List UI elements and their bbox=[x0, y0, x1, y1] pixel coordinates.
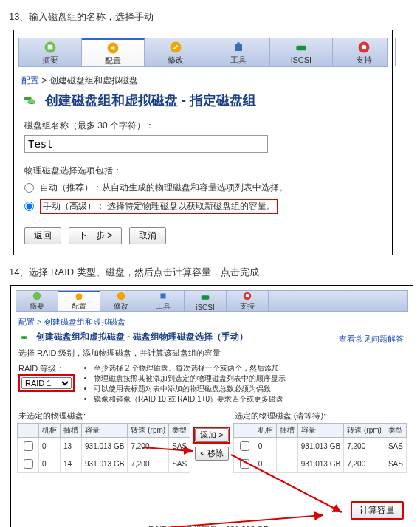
page-title: 创建磁盘组和虚拟磁盘 - 指定磁盘组 bbox=[45, 92, 256, 109]
calc-capacity-button[interactable]: 计算容量 bbox=[351, 501, 404, 520]
svg-point-20 bbox=[246, 294, 249, 298]
table-row[interactable]: 0931.013 GB7,200SAS bbox=[233, 455, 406, 473]
tab-tools[interactable]: 工具 bbox=[207, 38, 270, 66]
selected-caption: 选定的物理磁盘 (请等待): bbox=[235, 410, 407, 421]
tab2-summary[interactable]: 摘要 bbox=[16, 291, 58, 311]
svg-point-3 bbox=[111, 46, 115, 49]
screenshot-panel-1: 摘要 配置 修改 工具 iSCSI bbox=[13, 30, 393, 255]
support-icon bbox=[355, 40, 373, 55]
tab-modify[interactable]: 修改 bbox=[145, 38, 207, 66]
modify-icon bbox=[167, 40, 185, 55]
breadcrumb-root[interactable]: 配置 bbox=[21, 75, 39, 86]
table-row[interactable]: 0931.013 GB7,200SAS bbox=[233, 438, 406, 455]
cancel-button[interactable]: 取消 bbox=[129, 227, 166, 244]
radio-manual[interactable] bbox=[24, 202, 34, 211]
tab2-tools[interactable]: 工具 bbox=[142, 291, 185, 311]
diskgroup-icon bbox=[21, 93, 39, 108]
step-14-label: 14、选择 RAID 类型、磁盘，然后点击计算容量，点击完成 bbox=[9, 266, 411, 279]
unselected-table[interactable]: 机柜插槽容量转速 (rpm)类型013931.013 GB7,200SAS014… bbox=[17, 423, 190, 473]
gear-icon bbox=[104, 41, 122, 55]
name-label: 磁盘组名称（最多 30 个字符）： bbox=[24, 120, 382, 132]
row-checkbox[interactable] bbox=[240, 441, 249, 451]
faq-link[interactable]: 查看常见问题解答 bbox=[339, 334, 404, 345]
row-checkbox[interactable] bbox=[24, 459, 33, 469]
add-button[interactable]: 添加 > bbox=[195, 428, 228, 442]
tab-support[interactable]: 支持 bbox=[333, 38, 396, 66]
back-button[interactable]: 返回 bbox=[24, 227, 61, 244]
option-manual[interactable]: 手动（高级）： 选择特定物理磁盘以获取新磁盘组的容量。 bbox=[24, 199, 382, 214]
tab2-support[interactable]: 支持 bbox=[227, 291, 269, 311]
tab-iscsi[interactable]: iSCSI bbox=[270, 38, 333, 66]
row-checkbox[interactable] bbox=[240, 459, 249, 469]
svg-point-15 bbox=[76, 294, 83, 300]
diskgroup-icon bbox=[18, 331, 32, 343]
raid-select[interactable]: RAID 0RAID 1RAID 5RAID 6RAID 10 bbox=[21, 377, 72, 389]
raid-label: RAID 等级： bbox=[18, 363, 75, 374]
main-tabbar: 摘要 配置 修改 工具 iSCSI bbox=[18, 38, 388, 67]
tab-summary[interactable]: 摘要 bbox=[19, 38, 82, 66]
gear-icon bbox=[72, 292, 86, 301]
summary-icon bbox=[41, 40, 59, 55]
sub-instruction: 选择 RAID 级别，添加物理磁盘，并计算该磁盘组的容量 bbox=[18, 348, 405, 359]
breadcrumb-2: 配置 > 创建磁盘组和虚拟磁盘 bbox=[18, 317, 405, 328]
raid-hints: 至少选择 2 个物理磁盘。每次选择一个或两个，然后添加物理磁盘按照其被添加到选定… bbox=[82, 363, 286, 404]
svg-rect-17 bbox=[161, 294, 166, 299]
next-button[interactable]: 下一步 > bbox=[69, 227, 122, 244]
tab2-iscsi[interactable]: iSCSI bbox=[185, 291, 227, 311]
capacity-summary: RAID 1 磁盘组容量：931.012 GB 物理磁盘数：2 机柜丢失保护： … bbox=[148, 524, 404, 527]
options-label: 物理磁盘选择选项包括： bbox=[24, 165, 382, 177]
step-13-label: 13、输入磁盘组的名称，选择手动 bbox=[9, 10, 411, 24]
svg-point-13 bbox=[28, 99, 35, 103]
option-auto[interactable]: 自动（推荐）：从自动生成的物理磁盘和容量选项列表中选择。 bbox=[24, 182, 382, 194]
table-row[interactable]: 014931.013 GB7,200SAS bbox=[18, 455, 190, 473]
remove-button[interactable]: < 移除 bbox=[195, 447, 228, 461]
summary-icon bbox=[30, 291, 44, 301]
breadcrumb: 配置 > 创建磁盘组和虚拟磁盘 bbox=[21, 75, 385, 87]
tools-icon bbox=[230, 40, 247, 55]
tab-configure[interactable]: 配置 bbox=[82, 38, 145, 66]
main-tabbar-2: 摘要 配置 修改 工具 iSCSI 支持 bbox=[16, 290, 408, 312]
iscsi-icon bbox=[199, 292, 212, 303]
page-title-2: 创建磁盘组和虚拟磁盘 - 磁盘组物理磁盘选择（手动） bbox=[36, 331, 248, 343]
svg-rect-8 bbox=[296, 46, 306, 51]
tab2-modify[interactable]: 修改 bbox=[100, 291, 142, 311]
support-icon bbox=[241, 291, 254, 301]
svg-point-21 bbox=[21, 336, 27, 339]
svg-rect-1 bbox=[48, 44, 53, 49]
svg-point-10 bbox=[362, 44, 367, 49]
diskgroup-name-input[interactable] bbox=[24, 135, 268, 153]
screenshot-panel-2: 摘要 配置 修改 工具 iSCSI 支持 配置 > 创建磁盘组和虚拟磁盘 查看常… bbox=[10, 285, 413, 527]
svg-point-14 bbox=[33, 292, 41, 300]
radio-auto[interactable] bbox=[24, 183, 34, 193]
table-row[interactable]: 013931.013 GB7,200SAS bbox=[18, 438, 190, 455]
modify-icon bbox=[114, 291, 128, 301]
tab2-configure[interactable]: 配置 bbox=[58, 291, 100, 311]
svg-rect-7 bbox=[237, 42, 239, 44]
unselected-caption: 未选定的物理磁盘: bbox=[18, 410, 190, 421]
svg-rect-18 bbox=[202, 295, 210, 299]
svg-point-16 bbox=[117, 292, 125, 300]
iscsi-icon bbox=[292, 41, 310, 55]
tools-icon bbox=[156, 291, 170, 301]
selected-table[interactable]: 机柜插槽容量转速 (rpm)类型0931.013 GB7,200SAS0931.… bbox=[233, 423, 407, 473]
manual-highlight: 手动（高级）： 选择特定物理磁盘以获取新磁盘组的容量。 bbox=[40, 199, 278, 214]
row-checkbox[interactable] bbox=[24, 441, 33, 451]
